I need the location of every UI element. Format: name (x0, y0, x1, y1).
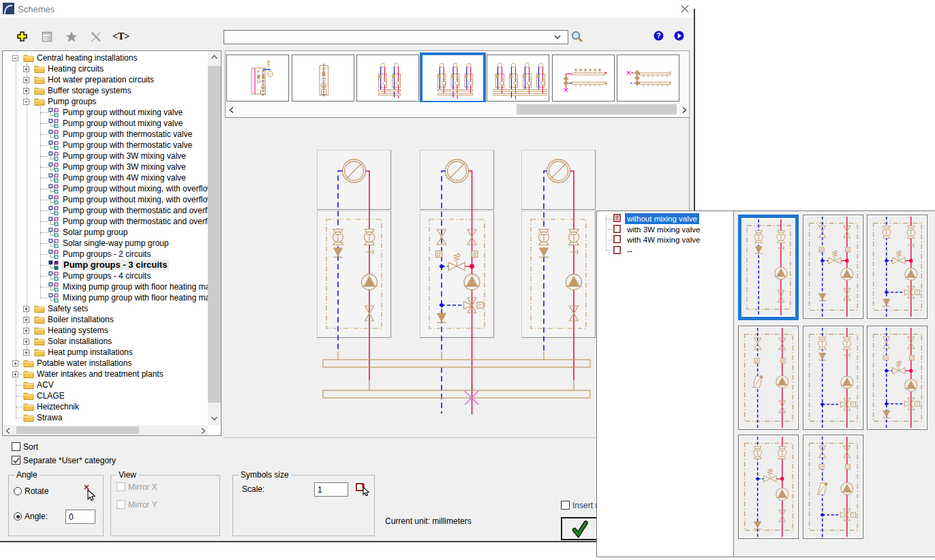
svg-text:?: ? (656, 31, 660, 40)
